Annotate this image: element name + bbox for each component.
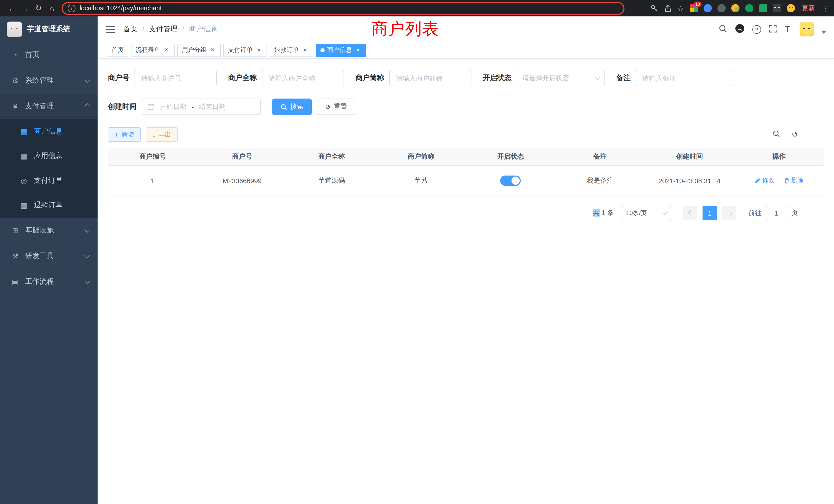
cell-create-time: 2021-10-23 08:31:14 <box>645 165 734 196</box>
export-button[interactable]: ↓ 导出 <box>146 127 178 142</box>
github-icon[interactable] <box>735 24 745 35</box>
edit-link[interactable]: 修改 <box>754 176 774 185</box>
sidebar-item-refund-order[interactable]: ▥ 退款订单 <box>0 193 97 217</box>
chrome-update-button[interactable]: 更新 <box>802 4 815 13</box>
delete-link[interactable]: 删除 <box>784 176 804 185</box>
short-name-input[interactable] <box>389 70 471 86</box>
ext-green-circle-icon[interactable] <box>745 4 753 12</box>
breadcrumb-home[interactable]: 首页 <box>123 25 149 34</box>
date-range-picker[interactable]: 开始日期 - 结束日期 <box>142 98 261 115</box>
chevron-down-icon <box>662 210 667 215</box>
tab-home[interactable]: 首页 <box>107 43 128 57</box>
font-size-icon[interactable]: T <box>785 25 790 33</box>
avatar-caret-icon[interactable] <box>822 31 826 33</box>
page-size-select[interactable]: 10条/页 <box>621 206 671 220</box>
bookmark-star-icon[interactable]: ☆ <box>677 4 684 12</box>
tab-user-group[interactable]: 用户分组 <box>177 43 221 57</box>
breadcrumb-merchant: 商户信息 <box>189 25 218 34</box>
chevron-right-icon <box>727 211 732 216</box>
chrome-toolbar: ☆ 10 更新 ⋮ <box>650 4 829 13</box>
sidebar-item-pay-order[interactable]: ◎ 支付订单 <box>0 168 97 193</box>
reset-button[interactable]: ↺ 重置 <box>317 98 355 115</box>
sidebar-item-payment[interactable]: ¥ 支付管理 <box>0 93 97 119</box>
share-icon[interactable] <box>664 4 672 12</box>
hide-search-icon[interactable] <box>773 130 780 139</box>
close-icon[interactable] <box>302 46 309 54</box>
merchant-no-input[interactable] <box>135 70 217 86</box>
back-icon[interactable]: ← <box>5 4 19 13</box>
logo-avatar <box>7 22 22 37</box>
reload-icon[interactable]: ↻ <box>32 4 45 13</box>
extension-badge: 10 <box>694 2 702 7</box>
tags-view-bar: 首页 流程表单 用户分组 支付订单 退款订单 商户信息 <box>97 42 834 59</box>
sidebar-item-system[interactable]: ⚙ 系统管理 <box>0 68 97 93</box>
ext-blue-icon[interactable] <box>704 4 712 12</box>
fullscreen-icon[interactable] <box>769 24 777 34</box>
annotation-merchant-list: 商户列表 <box>371 20 439 38</box>
sidebar-item-home[interactable]: ◔ 首页 <box>0 42 97 68</box>
calendar-icon <box>147 103 155 110</box>
next-page-button[interactable] <box>722 206 737 220</box>
home-icon[interactable]: ⌂ <box>45 4 59 13</box>
status-toggle[interactable] <box>500 176 521 186</box>
close-icon[interactable] <box>255 46 262 54</box>
sidebar-toggle-icon[interactable] <box>106 26 115 32</box>
sidebar-item-devtools[interactable]: ⚒ 研发工具 <box>0 243 97 269</box>
chrome-menu-icon[interactable]: ⋮ <box>822 4 829 12</box>
sidebar: 芋道管理系统 ◔ 首页 ⚙ 系统管理 ¥ 支付管理 <box>0 17 97 504</box>
chevron-down-icon <box>85 77 90 83</box>
cell-remark: 我是备注 <box>555 165 645 196</box>
page-1-button[interactable]: 1 <box>703 206 717 220</box>
ext-tampermonkey-icon[interactable] <box>773 4 781 12</box>
site-info-icon[interactable]: i <box>68 4 75 12</box>
user-avatar[interactable] <box>799 22 814 37</box>
status-select[interactable]: 请选择开启状态 <box>517 70 605 86</box>
sidebar-item-merchant-info[interactable]: ▤ 商户信息 <box>0 119 97 144</box>
breadcrumb-payment[interactable]: 支付管理 <box>149 25 189 34</box>
main-panel: 首页 支付管理 商户信息 商户列表 ? T <box>97 17 834 504</box>
remark-input[interactable] <box>636 70 731 86</box>
pagination: 共 1 条 10条/页 1 前往 页 <box>108 206 798 220</box>
forward-icon[interactable]: → <box>19 4 32 13</box>
filter-full-name: 商户全称 <box>228 70 344 86</box>
tab-pay-order[interactable]: 支付订单 <box>223 43 267 57</box>
close-icon[interactable] <box>209 46 216 54</box>
filter-merchant-no: 商户号 <box>108 70 217 86</box>
trash-icon <box>784 178 790 184</box>
chevron-down-icon <box>85 278 90 284</box>
ext-avatar-icon[interactable] <box>731 4 740 12</box>
close-icon[interactable] <box>354 46 361 54</box>
page-content: 商户号 商户全称 商户简称 开启状态 请选择开启状态 <box>97 59 834 504</box>
tab-merchant-info[interactable]: 商户信息 <box>316 43 366 57</box>
table-row: 1 M233666999 芋道源码 芋艿 我是备注 2021-10-23 08:… <box>108 165 824 196</box>
search-icon[interactable] <box>719 24 727 35</box>
goto-label: 前往 <box>748 208 762 217</box>
sidebar-item-workflow[interactable]: ▣ 工作流程 <box>0 269 97 295</box>
close-icon[interactable] <box>163 46 170 54</box>
tab-refund-order[interactable]: 退款订单 <box>270 43 313 57</box>
goto-page-input[interactable] <box>766 206 787 220</box>
sidebar-item-infra[interactable]: ⊞ 基础设施 <box>0 217 97 243</box>
key-icon[interactable] <box>650 4 658 12</box>
yen-icon: ¥ <box>11 102 20 110</box>
chevron-down-icon <box>85 227 90 233</box>
ext-dark-circle-icon[interactable] <box>718 4 726 12</box>
ext-grid-icon[interactable]: 10 <box>690 4 698 12</box>
download-icon: ↓ <box>152 131 156 138</box>
add-button[interactable]: + 新增 <box>108 127 140 142</box>
sidebar-item-app-info[interactable]: ▦ 应用信息 <box>0 144 97 168</box>
cell-merchant-no: M233666999 <box>197 165 287 196</box>
refresh-icon[interactable]: ↺ <box>792 130 798 139</box>
search-button[interactable]: 搜索 <box>272 98 312 115</box>
address-bar[interactable]: i localhost:1024/pay/merchant <box>62 2 624 15</box>
help-icon[interactable]: ? <box>752 25 761 33</box>
ext-green-square-icon[interactable] <box>759 4 767 12</box>
prev-page-button[interactable] <box>683 206 697 220</box>
full-name-input[interactable] <box>262 70 344 86</box>
app-logo[interactable]: 芋道管理系统 <box>0 17 97 42</box>
filter-create-time: 创建时间 开始日期 - 结束日期 <box>108 98 261 115</box>
cell-id: 1 <box>108 165 197 196</box>
profile-avatar-icon[interactable] <box>787 4 795 12</box>
chevron-left-icon <box>688 210 693 215</box>
tab-process-form[interactable]: 流程表单 <box>131 43 175 57</box>
